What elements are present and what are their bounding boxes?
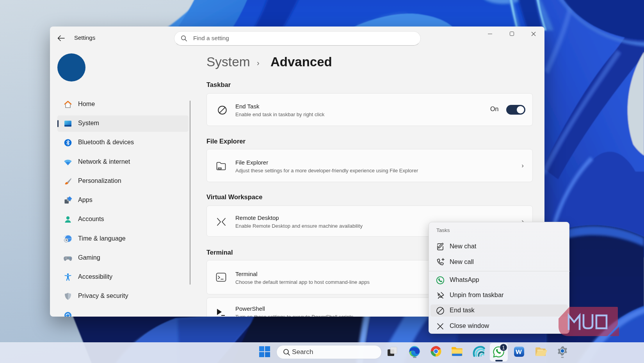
svg-text:1: 1: [502, 345, 505, 351]
